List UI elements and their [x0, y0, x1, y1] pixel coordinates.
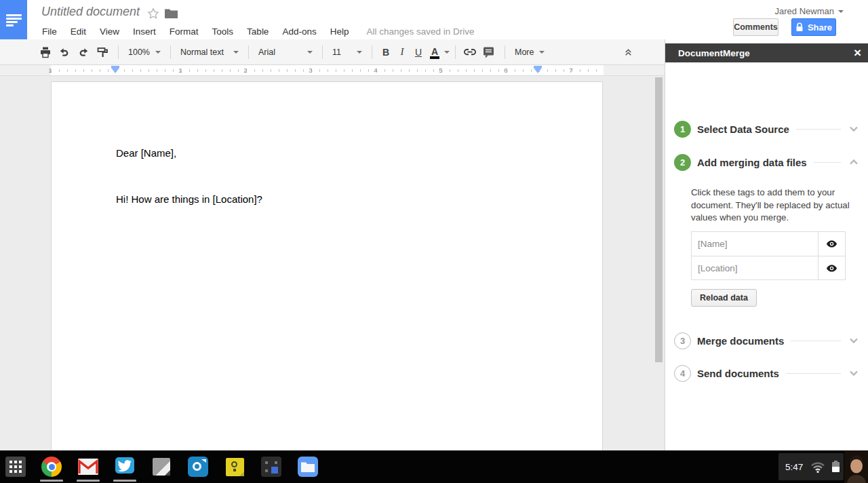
ruler-number: 3: [309, 66, 312, 75]
vertical-scrollbar[interactable]: [655, 77, 663, 362]
bold-button[interactable]: B: [378, 43, 394, 61]
chevron-down-icon: [838, 10, 844, 16]
preview-tag-button[interactable]: [818, 256, 845, 279]
more-button[interactable]: More: [511, 43, 549, 61]
font-size-value: 11: [332, 47, 351, 57]
share-button[interactable]: Share: [791, 18, 836, 36]
paragraph-style-select[interactable]: Normal text: [176, 43, 243, 61]
star-icon[interactable]: [147, 7, 159, 20]
app-launcher-icon[interactable]: [5, 457, 26, 477]
user-avatar[interactable]: [844, 450, 868, 483]
running-app-indicator: [77, 480, 100, 482]
wifi-icon: [810, 461, 825, 473]
comments-label: Comments: [734, 22, 778, 32]
menu-table[interactable]: Table: [247, 26, 269, 37]
circular-arrow-app-icon[interactable]: [188, 457, 208, 477]
twitter-icon[interactable]: [115, 457, 135, 477]
step-send-documents[interactable]: 4 Send documents: [674, 364, 860, 382]
zoom-select[interactable]: 100%: [124, 43, 165, 61]
comments-button[interactable]: Comments: [733, 18, 778, 36]
close-icon[interactable]: ×: [854, 47, 861, 59]
horizontal-ruler[interactable]: 1 1 2 3 4 5 6 7: [0, 65, 665, 76]
chevron-down-icon: [307, 51, 313, 56]
font-family-select[interactable]: Arial: [254, 43, 317, 61]
tag-name[interactable]: [Name]: [692, 232, 818, 256]
formatting-toolbar: 100% Normal text Arial 11 B I U A More: [0, 39, 665, 65]
right-indent-marker[interactable]: [534, 66, 542, 73]
menu-insert[interactable]: Insert: [133, 26, 156, 37]
step-merge-documents[interactable]: 3 Merge documents: [674, 332, 860, 349]
share-label: Share: [808, 22, 832, 33]
sidebar-title: DocumentMerge: [678, 48, 750, 58]
style-value: Normal text: [180, 47, 228, 57]
system-tray[interactable]: 5:47: [778, 453, 844, 480]
leader-line: [786, 373, 841, 374]
paint-format-icon[interactable]: [94, 43, 111, 61]
document-title[interactable]: Untitled document: [41, 5, 140, 19]
menu-view[interactable]: View: [100, 26, 119, 37]
step-number-badge: 2: [674, 154, 691, 171]
preview-tag-button[interactable]: [818, 232, 845, 256]
dashboard-app-icon[interactable]: [261, 457, 281, 477]
reload-data-label: Reload data: [700, 293, 748, 303]
undo-icon[interactable]: [56, 43, 73, 61]
gmail-icon[interactable]: [78, 457, 98, 477]
toolbar-separator: [372, 45, 372, 59]
move-to-folder-icon[interactable]: [165, 8, 178, 19]
menu-format[interactable]: Format: [170, 26, 199, 37]
toolbar-separator: [322, 45, 323, 59]
italic-button[interactable]: I: [394, 43, 410, 61]
insert-link-icon[interactable]: [461, 43, 479, 61]
font-size-select[interactable]: 11: [328, 43, 366, 61]
chevron-down-icon[interactable]: [848, 367, 860, 379]
print-icon[interactable]: [37, 43, 54, 61]
menu-file[interactable]: File: [42, 26, 57, 37]
toolbar-separator: [505, 45, 505, 59]
chrome-icon[interactable]: [41, 457, 62, 477]
leader-line: [796, 129, 841, 130]
menu-addons[interactable]: Add-ons: [282, 26, 316, 37]
collapse-toolbar-icon[interactable]: [618, 42, 637, 61]
chevron-down-icon: [233, 51, 239, 56]
left-indent-marker[interactable]: [111, 66, 119, 73]
step-add-merging-data-files[interactable]: 2 Add merging data files: [674, 153, 860, 171]
underline-button[interactable]: U: [410, 43, 427, 61]
files-app-icon[interactable]: [298, 457, 318, 477]
chevron-down-icon[interactable]: [848, 123, 860, 135]
chevron-up-icon[interactable]: [848, 156, 860, 168]
menu-tools[interactable]: Tools: [212, 26, 234, 37]
chevron-down-icon[interactable]: [444, 51, 450, 56]
tag-location[interactable]: [Location]: [692, 256, 818, 279]
toolbar-separator: [170, 45, 171, 59]
docs-home-icon[interactable]: [0, 0, 27, 39]
step-select-data-source[interactable]: 1 Select Data Source: [674, 120, 860, 138]
account-menu[interactable]: Jared Newman: [775, 6, 844, 16]
step-label: Add merging data files: [697, 157, 807, 168]
redo-icon[interactable]: [75, 43, 92, 61]
table-row: [Name]: [692, 232, 845, 256]
step-number-badge: 3: [674, 332, 691, 349]
step-label: Select Data Source: [697, 123, 789, 135]
reload-data-button[interactable]: Reload data: [691, 289, 757, 307]
text-color-button[interactable]: A: [427, 43, 443, 61]
google-keep-icon[interactable]: [224, 457, 245, 477]
notes-app-icon[interactable]: [151, 457, 172, 477]
user-name: Jared Newman: [775, 6, 834, 16]
step-number-badge: 4: [674, 365, 691, 382]
document-page[interactable]: Dear [Name], Hi! How are things in [Loca…: [51, 81, 603, 450]
menu-help[interactable]: Help: [330, 26, 349, 37]
ruler-number: 1: [178, 66, 182, 75]
app-header: Untitled document File Edit View Insert …: [0, 0, 868, 39]
step-label: Merge documents: [697, 335, 784, 347]
chevron-down-icon: [539, 51, 545, 56]
menu-edit[interactable]: Edit: [71, 26, 86, 37]
insert-comment-icon[interactable]: [480, 43, 498, 61]
document-text-line[interactable]: Dear [Name],: [116, 147, 176, 159]
more-label: More: [515, 47, 534, 57]
document-text-line[interactable]: Hi! How are things in [Location]?: [116, 193, 262, 205]
chevron-down-icon: [155, 51, 161, 56]
leader-line: [791, 341, 841, 341]
chevron-down-icon[interactable]: [848, 334, 860, 347]
battery-icon: [832, 462, 840, 472]
zoom-value: 100%: [128, 47, 150, 57]
